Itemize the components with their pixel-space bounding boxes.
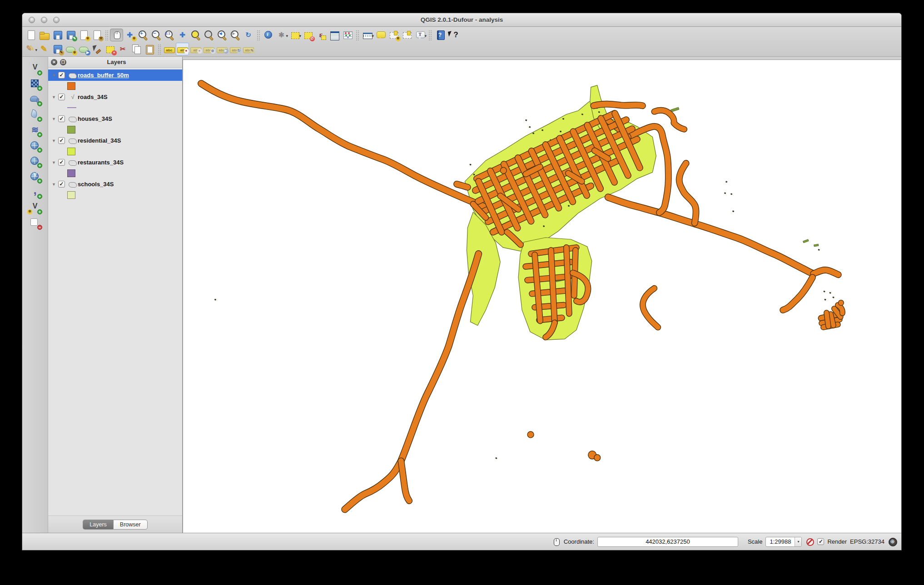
new-project-button[interactable]: [24, 29, 37, 41]
text-annotation-button[interactable]: T: [413, 29, 427, 41]
new-bookmark-button[interactable]: ✱: [387, 29, 400, 41]
move-label-button[interactable]: abc▶: [215, 43, 229, 55]
layer-color-swatch[interactable]: [67, 191, 75, 199]
current-edits-button[interactable]: [24, 43, 37, 55]
layer-color-swatch[interactable]: [67, 126, 75, 134]
layer-color-swatch[interactable]: [67, 169, 75, 177]
zoom-to-selection-button[interactable]: [189, 29, 202, 41]
mouse-position-icon[interactable]: [551, 537, 561, 546]
change-label-button[interactable]: abc✎: [242, 43, 255, 55]
add-mssql-layer-button[interactable]: ≋+: [29, 124, 41, 136]
rotate-label-button[interactable]: abc↻: [229, 43, 242, 55]
toggle-editing-button[interactable]: ✎: [37, 43, 50, 55]
open-project-button[interactable]: [37, 29, 50, 41]
show-bookmarks-button[interactable]: [400, 29, 413, 41]
panel-tab-layers[interactable]: Layers: [83, 520, 113, 530]
close-window-button[interactable]: [29, 17, 35, 23]
new-print-composer-button[interactable]: ✱: [77, 29, 90, 41]
zoom-in-button[interactable]: +: [136, 29, 149, 41]
panel-detach-icon[interactable]: ❐: [60, 59, 66, 65]
add-wfs-layer-button[interactable]: V+: [29, 170, 41, 183]
layer-item-roads_buffer_50m[interactable]: ▼✓roads_buffer_50m: [48, 69, 182, 81]
crs-status-icon[interactable]: ⊕: [888, 537, 897, 546]
layer-item-schools_34S[interactable]: ▼✓schools_34S: [48, 178, 182, 190]
refresh-map-button[interactable]: ↻: [242, 29, 255, 41]
layer-visibility-checkbox[interactable]: ✓: [58, 181, 65, 188]
expand-triangle-icon[interactable]: ▼: [52, 182, 57, 187]
layer-visibility-checkbox[interactable]: ✓: [58, 94, 65, 100]
layer-color-swatch[interactable]: [67, 148, 75, 155]
pan-map-button[interactable]: [110, 29, 123, 41]
new-shapefile-layer-button[interactable]: V+✱: [29, 201, 41, 213]
layer-visibility-checkbox[interactable]: ✓: [58, 137, 65, 144]
layer-item-houses_34S[interactable]: ▼✓houses_34S: [48, 113, 182, 124]
identify-features-button[interactable]: i: [262, 29, 275, 41]
composer-manager-button[interactable]: ⚒: [90, 29, 103, 41]
field-calculator-button[interactable]: [341, 29, 354, 41]
add-wcs-layer-button[interactable]: +: [29, 155, 41, 167]
run-feature-action-button[interactable]: ✱: [275, 29, 288, 41]
title-bar[interactable]: QGIS 2.0.1-Dufour - analysis: [22, 13, 901, 27]
pin-labels-button[interactable]: ab●: [176, 43, 189, 55]
zoom-to-layer-button[interactable]: [202, 29, 215, 41]
layer-color-swatch[interactable]: [67, 82, 75, 90]
add-raster-layer-button[interactable]: +: [29, 78, 41, 90]
stop-render-icon[interactable]: [805, 537, 814, 546]
layer-visibility-checkbox[interactable]: ✓: [58, 115, 65, 122]
layer-item-residential_34S[interactable]: ▼✓residential_34S: [48, 135, 182, 146]
zoom-window-button[interactable]: [53, 17, 60, 23]
expand-triangle-icon[interactable]: ▼: [52, 95, 57, 99]
zoom-out-button[interactable]: −: [149, 29, 163, 41]
map-canvas[interactable]: [183, 59, 901, 533]
add-vector-layer-button[interactable]: V+: [29, 62, 41, 74]
select-features-button[interactable]: [288, 29, 301, 41]
move-feature-button[interactable]: ▶: [77, 43, 90, 55]
cut-features-button[interactable]: ✂: [116, 43, 129, 55]
expand-triangle-icon[interactable]: ▼: [52, 139, 57, 143]
layer-item-roads_34S[interactable]: ▼✓√roads_34S: [48, 91, 182, 103]
minimize-window-button[interactable]: [41, 17, 47, 23]
panel-tabs: LayersBrowser: [48, 516, 182, 533]
layer-color-swatch[interactable]: [67, 107, 76, 108]
expand-triangle-icon[interactable]: ▼: [52, 73, 57, 78]
add-delimited-text-layer-button[interactable]: ,+: [29, 186, 41, 198]
whats-this-button[interactable]: ?: [447, 29, 460, 41]
scale-dropdown-icon[interactable]: ▾: [795, 537, 801, 546]
labeling-options-button[interactable]: abc: [163, 43, 176, 55]
paste-features-button[interactable]: [143, 43, 156, 55]
select-by-expression-button[interactable]: ε: [314, 29, 328, 41]
deselect-features-button[interactable]: ∅: [301, 29, 314, 41]
delete-selected-button[interactable]: ×: [103, 43, 116, 55]
highlight-pinned-labels-button[interactable]: ab●: [189, 43, 202, 55]
render-checkbox[interactable]: ✓: [817, 538, 824, 545]
scale-combo[interactable]: 1:29988 ▾: [765, 537, 802, 547]
zoom-full-extent-button[interactable]: ✚: [176, 29, 189, 41]
add-feature-button[interactable]: ✱: [64, 43, 77, 55]
layer-visibility-checkbox[interactable]: ✓: [58, 159, 65, 166]
node-tool-button[interactable]: [90, 43, 103, 55]
zoom-last-button[interactable]: ◂: [215, 29, 229, 41]
measure-button[interactable]: [361, 29, 374, 41]
map-tips-button[interactable]: [374, 29, 387, 41]
add-wms-layer-button[interactable]: +: [29, 139, 41, 152]
add-postgis-layer-button[interactable]: +: [29, 93, 41, 105]
layer-item-restaurants_34S[interactable]: ▼✓restaurants_34S: [48, 157, 182, 168]
open-attribute-table-button[interactable]: [328, 29, 341, 41]
save-project-as-button[interactable]: ✎: [64, 29, 77, 41]
panel-close-icon[interactable]: ✕: [51, 59, 57, 65]
remove-layer-button[interactable]: −: [29, 217, 41, 229]
save-layer-edits-button[interactable]: ✎: [50, 43, 64, 55]
zoom-native-button[interactable]: 1:1: [163, 29, 176, 41]
coordinate-input[interactable]: 442032,6237250: [597, 537, 738, 547]
help-contents-button[interactable]: ?: [433, 29, 447, 41]
pan-to-selection-button[interactable]: ✚✱: [123, 29, 136, 41]
zoom-next-button[interactable]: ▸: [229, 29, 242, 41]
save-project-button[interactable]: [50, 29, 64, 41]
expand-triangle-icon[interactable]: ▼: [52, 160, 57, 165]
panel-tab-browser[interactable]: Browser: [113, 520, 148, 530]
expand-triangle-icon[interactable]: ▼: [52, 117, 57, 121]
layer-visibility-checkbox[interactable]: ✓: [58, 72, 65, 79]
add-spatialite-layer-button[interactable]: +: [29, 109, 41, 121]
show-hide-labels-button[interactable]: abc◉: [202, 43, 215, 55]
copy-features-button[interactable]: [129, 43, 143, 55]
